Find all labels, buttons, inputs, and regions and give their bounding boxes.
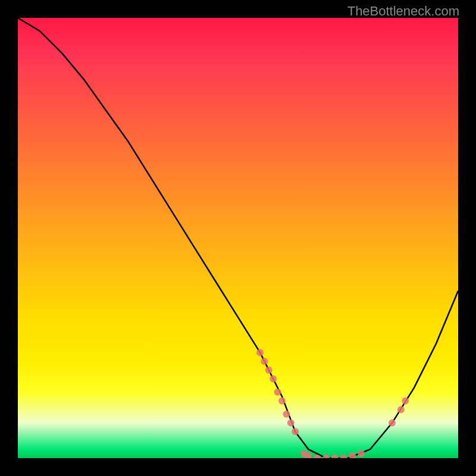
data-marker: [270, 375, 277, 383]
data-marker: [274, 389, 281, 396]
chart-svg: [18, 18, 458, 458]
data-marker: [292, 428, 299, 436]
data-marker: [283, 411, 290, 418]
data-marker: [287, 419, 295, 427]
watermark-text: TheBottleneck.com: [347, 4, 459, 19]
data-markers: [256, 349, 409, 458]
data-marker: [340, 455, 347, 458]
data-marker: [402, 397, 409, 405]
plot-area: [18, 18, 458, 458]
data-marker: [358, 450, 365, 458]
bottleneck-curve: [18, 18, 458, 458]
data-marker: [322, 455, 330, 458]
data-marker: [389, 419, 396, 427]
data-marker: [331, 455, 339, 458]
data-marker: [278, 397, 286, 405]
data-marker: [349, 452, 356, 458]
data-marker: [256, 349, 264, 356]
data-marker: [265, 367, 273, 374]
data-marker: [397, 406, 405, 414]
data-marker: [261, 358, 268, 365]
